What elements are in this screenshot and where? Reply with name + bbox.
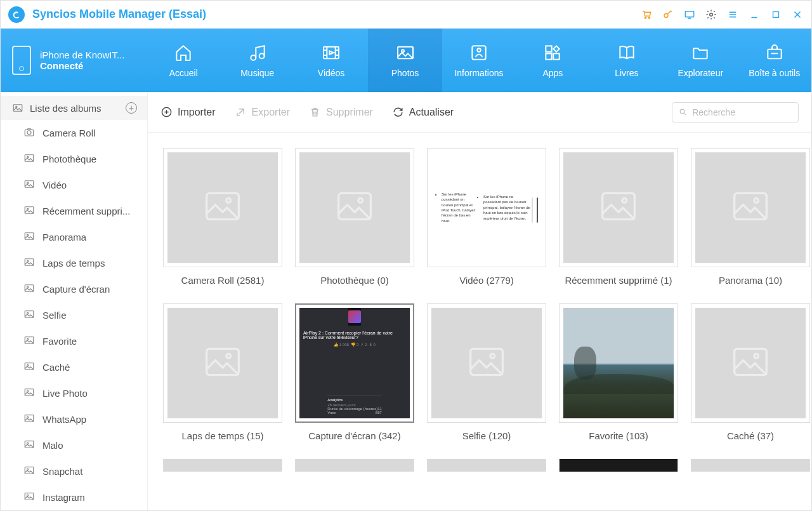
svg-rect-15 — [554, 53, 560, 59]
image-icon — [23, 256, 35, 270]
sidebar-item[interactable]: Caché — [1, 354, 147, 380]
svg-point-20 — [27, 131, 31, 135]
svg-point-54 — [358, 198, 363, 202]
album-label: Favorite (103) — [589, 430, 648, 441]
sidebar-item[interactable]: Capture d'écran — [1, 276, 147, 302]
tab-accueil[interactable]: Accueil — [147, 29, 220, 92]
search-box[interactable] — [672, 102, 799, 123]
album-item — [427, 459, 546, 472]
tab-informations[interactable]: Informations — [442, 29, 516, 92]
image-icon — [23, 335, 35, 348]
svg-rect-14 — [546, 53, 552, 59]
svg-point-7 — [259, 53, 264, 58]
tab-apps[interactable]: Apps — [516, 29, 589, 92]
album-label: Camera Roll (2581) — [181, 275, 265, 286]
sidebar-item[interactable]: Panorama — [1, 224, 147, 250]
tab-videos[interactable]: Vidéos — [294, 29, 368, 92]
album-thumb[interactable] — [559, 148, 678, 267]
monitor-icon[interactable] — [683, 8, 696, 21]
image-placeholder-icon — [205, 347, 240, 379]
album-item — [559, 459, 678, 472]
album-thumb[interactable] — [295, 148, 414, 267]
tab-explorateur[interactable]: Explorateur — [664, 29, 737, 92]
album-thumb[interactable] — [691, 459, 810, 472]
sidebar-item-label: Camera Roll — [43, 128, 95, 138]
settings-icon[interactable] — [705, 8, 717, 21]
sidebar-item[interactable]: Instagram — [1, 484, 147, 510]
sidebar-header[interactable]: Liste des albums + — [1, 96, 147, 120]
album-grid: Camera Roll (2581) Photothèque (0) Sur l… — [148, 133, 811, 510]
sidebar-item[interactable]: Live Photo — [1, 380, 147, 406]
key-icon[interactable] — [662, 8, 674, 21]
maximize-icon[interactable] — [769, 8, 782, 21]
sidebar-item[interactable]: Vidéo — [1, 172, 147, 198]
svg-rect-5 — [773, 11, 779, 17]
tab-musique[interactable]: Musique — [220, 29, 294, 92]
svg-point-2 — [664, 13, 668, 17]
image-placeholder-icon — [601, 192, 636, 223]
sidebar-item[interactable]: Récemment suppri... — [1, 198, 147, 224]
device-status: Connecté — [40, 60, 124, 71]
album-thumb[interactable] — [163, 303, 282, 423]
svg-point-1 — [648, 17, 650, 18]
album-item — [295, 459, 414, 472]
sidebar-item[interactable]: Photothèque — [1, 146, 147, 172]
device-panel[interactable]: iPhone de KnowIT... Connecté — [1, 29, 147, 92]
sidebar-item-label: Snapchat — [43, 466, 82, 477]
tab-livres[interactable]: Livres — [590, 29, 664, 92]
album-thumb[interactable] — [163, 459, 282, 472]
sidebar-item[interactable]: Malo — [1, 432, 147, 458]
album-thumb[interactable] — [427, 303, 546, 423]
topnav: iPhone de KnowIT... Connecté Accueil Mus… — [1, 29, 811, 92]
album-label: Capture d'écran (342) — [308, 430, 400, 441]
close-icon[interactable] — [791, 8, 804, 21]
album-thumb[interactable]: Sur les iPhone possédant un bouton princ… — [427, 148, 546, 267]
sidebar-item[interactable]: Snapchat — [1, 458, 147, 484]
album-thumb[interactable]: AirPlay 2 : Comment recopier l'écran de … — [295, 303, 414, 423]
album-item: Caché (37) — [691, 303, 810, 441]
image-icon — [23, 309, 35, 322]
nav-tabs: Accueil Musique Vidéos Photos Informatio… — [147, 29, 811, 92]
svg-point-60 — [226, 354, 231, 358]
sidebar-item-label: Selfie — [43, 310, 67, 321]
add-album-button[interactable]: + — [126, 102, 137, 114]
import-button[interactable]: Importer — [160, 106, 216, 118]
album-thumb[interactable] — [691, 303, 810, 423]
svg-point-12 — [477, 48, 480, 51]
image-placeholder-icon — [205, 192, 240, 223]
album-thumb[interactable] — [163, 148, 282, 267]
sidebar-item[interactable]: Laps de temps — [1, 250, 147, 276]
tab-boite[interactable]: Boîte à outils — [738, 29, 811, 92]
sidebar-item[interactable]: Camera Roll — [1, 120, 147, 146]
album-label: Récemment supprimé (1) — [565, 275, 672, 286]
album-thumb[interactable] — [295, 459, 414, 472]
title-icons — [640, 8, 804, 21]
menu-icon[interactable] — [726, 8, 739, 21]
image-icon — [23, 178, 35, 192]
search-input[interactable] — [692, 107, 792, 117]
album-item: Favorite (103) — [559, 303, 678, 441]
svg-point-6 — [251, 55, 256, 60]
sidebar-item[interactable]: Selfie — [1, 302, 147, 328]
svg-rect-13 — [546, 46, 552, 51]
sidebar-item-label: WhatsApp — [43, 414, 86, 425]
sidebar-item-label: Panorama — [43, 232, 86, 242]
album-thumb[interactable] — [559, 303, 678, 423]
refresh-button[interactable]: Actualiser — [392, 106, 454, 118]
album-thumb[interactable] — [559, 459, 678, 472]
image-icon — [23, 361, 35, 374]
image-placeholder-icon — [469, 347, 504, 379]
album-icon — [12, 102, 23, 114]
cart-icon[interactable] — [640, 8, 653, 21]
minimize-icon[interactable] — [748, 8, 761, 21]
svg-rect-8 — [324, 47, 339, 59]
sidebar-item-label: Malo — [43, 440, 63, 451]
album-thumb[interactable] — [427, 459, 546, 472]
image-placeholder-icon — [733, 347, 768, 379]
sidebar-item[interactable]: Favorite — [1, 328, 147, 354]
toolbar: Importer Exporter Supprimer Actualiser — [148, 92, 811, 133]
album-label: Vidéo (2779) — [459, 275, 514, 286]
album-thumb[interactable] — [691, 148, 810, 267]
sidebar-item[interactable]: WhatsApp — [1, 406, 147, 432]
tab-photos[interactable]: Photos — [368, 29, 442, 92]
